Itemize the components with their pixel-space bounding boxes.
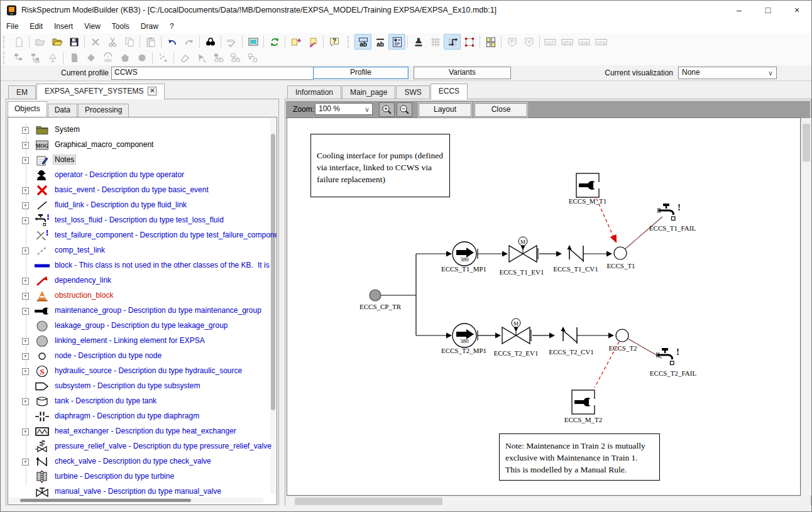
toolbar-drag-handle[interactable] <box>348 36 351 48</box>
open-folder-button[interactable] <box>48 34 65 50</box>
paste-button[interactable] <box>142 34 159 50</box>
tree-item-pressure_relief_valve[interactable]: pressure_relief_valve - Description du t… <box>8 439 272 454</box>
stamp-button[interactable] <box>410 34 427 50</box>
tree-item-heat_exchanger[interactable]: +heat_exchanger - Description du type he… <box>8 424 272 439</box>
shape-page-button[interactable] <box>65 50 82 66</box>
page-v-button[interactable]: V <box>520 34 537 50</box>
grid-snap-button[interactable] <box>444 34 461 50</box>
tab-sws[interactable]: SWS <box>396 85 429 99</box>
label-line-button[interactable]: ab <box>371 34 388 50</box>
refresh-button[interactable] <box>266 34 283 50</box>
tree-item-test_loss_fluid[interactable]: +test_loss_fluid - Description du type t… <box>8 213 272 228</box>
current-profile-field[interactable]: CCWS <box>111 67 314 80</box>
cut-button[interactable] <box>104 34 121 50</box>
tree-item-node[interactable]: +node - Description du type node <box>8 349 272 364</box>
spellcheck-button[interactable]: abc <box>223 34 240 50</box>
canvas-horizontal-scrollbar-thumb[interactable] <box>295 498 442 505</box>
pages-button[interactable] <box>482 34 499 50</box>
tab-data[interactable]: Data <box>48 104 77 117</box>
close-button[interactable]: Close <box>475 103 527 117</box>
canvas-horizontal-scrollbar[interactable] <box>287 496 801 506</box>
menu-item-edit[interactable]: Edit <box>24 21 48 32</box>
tree-item-leakage_group[interactable]: leakage_group - Description du type leak… <box>8 319 272 334</box>
tree-item-diaphragm[interactable]: diaphragm - Description du type diaphrag… <box>8 409 272 424</box>
tree-expand-button[interactable] <box>27 50 44 66</box>
check-valve-symbol-t2-cv1[interactable] <box>561 327 578 344</box>
tab-eccs[interactable]: ECCS <box>431 84 468 99</box>
grid-button[interactable] <box>427 34 444 50</box>
toolbar-drag-handle[interactable] <box>3 36 7 48</box>
motor-valve-symbol-t2-ev1[interactable]: M <box>502 319 531 344</box>
tree-item-linking_element[interactable]: +linking_element - Linking element for E… <box>8 334 272 349</box>
cp-tr-node-symbol[interactable] <box>370 290 381 301</box>
pump-symbol-t1-mp1[interactable]: 380 <box>453 242 478 266</box>
maximize-icon[interactable]: □ <box>754 1 782 19</box>
tree-item-system[interactable]: +System <box>8 123 272 138</box>
toolbar-drag-handle[interactable] <box>3 52 7 64</box>
org-copy-button[interactable] <box>210 50 227 66</box>
expand-icon[interactable]: + <box>22 278 29 285</box>
find-button[interactable] <box>202 34 219 50</box>
tab-main-page[interactable]: Main_page <box>342 85 395 99</box>
open-readonly-button[interactable] <box>31 34 48 50</box>
close-tab-icon[interactable]: ✕ <box>148 87 156 95</box>
expand-icon[interactable]: + <box>22 142 29 149</box>
tree-item-block[interactable]: block - This class is not used in the ot… <box>8 258 272 273</box>
tree-item-operator[interactable]: operator - Description du type operator <box>8 168 272 183</box>
label-frame-button[interactable]: ab <box>354 34 371 50</box>
expand-icon[interactable]: + <box>22 127 29 134</box>
tab-em[interactable]: EM <box>8 85 36 99</box>
tree-item-test_failure_component[interactable]: test_failure_component - Description du … <box>8 228 272 243</box>
zoom-out-button[interactable] <box>397 102 412 117</box>
eraser-button[interactable] <box>176 50 193 66</box>
menu-item-insert[interactable]: Insert <box>48 21 79 32</box>
remove-objects-button[interactable] <box>304 34 321 50</box>
tree-item-manual_valve[interactable]: manual_valve - Description du type manua… <box>8 484 272 499</box>
tree-up-button[interactable] <box>44 50 61 66</box>
tab-information[interactable]: Information <box>287 85 341 99</box>
copy-button[interactable] <box>121 34 138 50</box>
delete-button[interactable] <box>87 34 104 50</box>
tab-expsa-safety-systems[interactable]: EXPSA_SAFETY_SYSTEMS✕ <box>36 84 165 99</box>
menu-item-tools[interactable]: Tools <box>106 21 135 32</box>
text-block-button[interactable] <box>388 34 405 50</box>
pointer-button[interactable] <box>193 50 210 66</box>
expand-icon[interactable]: + <box>22 187 29 194</box>
tree-item-maintenance_group[interactable]: +maintenance_group - Description du type… <box>8 303 272 319</box>
expand-icon[interactable]: + <box>22 248 29 254</box>
node-symbol-t2[interactable] <box>616 329 628 342</box>
profile-button[interactable]: Profile <box>313 67 409 79</box>
shape-diamond-button[interactable] <box>82 50 99 66</box>
menu-item-draw[interactable]: Draw <box>135 21 164 32</box>
menu-item-view[interactable]: View <box>79 21 106 32</box>
screen-button[interactable] <box>244 34 261 50</box>
minimize-icon[interactable]: – <box>725 1 754 19</box>
faucet-fail-icon-t2[interactable]: ! <box>657 347 679 365</box>
menu-item-help[interactable]: ? <box>164 21 180 32</box>
diagram-canvas[interactable]: 380 M <box>287 117 801 496</box>
tree-item-tank[interactable]: +tank - Description du type tank <box>8 394 272 409</box>
org-link-button[interactable] <box>227 50 244 66</box>
gfg-button[interactable]: gfg <box>559 34 576 50</box>
expand-icon[interactable]: + <box>22 428 29 435</box>
expand-icon[interactable]: + <box>22 459 29 466</box>
expand-icon[interactable]: + <box>22 338 29 345</box>
tree-item-graphical_macro_component[interactable]: +MOGGraphical_macro_component <box>8 138 272 153</box>
tree-item-comp_test_link[interactable]: +comp_test_link <box>8 243 272 258</box>
tree-item-notes[interactable]: +Notes <box>8 153 272 168</box>
tree-item-subsystem[interactable]: subsystem - Description du type subsyste… <box>8 379 272 394</box>
save-button[interactable] <box>65 34 82 50</box>
expand-icon[interactable]: + <box>22 157 29 164</box>
canvas-vertical-scrollbar[interactable] <box>801 118 811 496</box>
tree-item-turbine[interactable]: turbine - Description du type turbine <box>8 469 272 484</box>
shape-pentagon-button[interactable] <box>116 50 133 66</box>
shape-mr-button[interactable]: MR <box>99 50 116 66</box>
node-symbol-t1[interactable] <box>614 247 627 259</box>
tab-objects[interactable]: Objects <box>8 101 47 117</box>
ccf-button[interactable]: ccf <box>542 34 559 50</box>
close-icon[interactable]: × <box>782 1 811 19</box>
org-swap-button[interactable] <box>244 50 261 66</box>
undo-button[interactable] <box>163 34 180 50</box>
expand-icon[interactable]: + <box>22 398 29 405</box>
expand-icon[interactable]: + <box>22 368 29 375</box>
